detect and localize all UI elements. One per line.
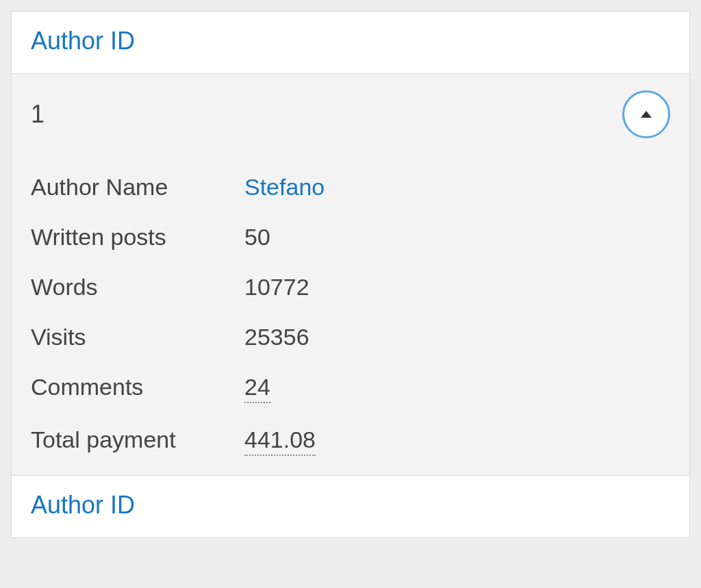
words-label: Words (31, 274, 244, 301)
author-id-value: 1 (31, 100, 44, 129)
detail-row-posts: Written posts 50 (31, 224, 670, 251)
author-card: Author ID 1 Author Name Stefano Written … (11, 11, 690, 538)
collapse-button[interactable] (622, 90, 670, 138)
detail-row-words: Words 10772 (31, 274, 670, 301)
comments-label: Comments (31, 374, 244, 400)
card-body: 1 Author Name Stefano Written posts 50 W… (12, 73, 689, 476)
written-posts-value: 50 (244, 224, 270, 251)
payment-value[interactable]: 441.08 (244, 426, 316, 456)
detail-row-visits: Visits 25356 (31, 324, 670, 350)
card-header: Author ID (12, 12, 689, 73)
author-name-label: Author Name (31, 174, 244, 201)
author-name-link[interactable]: Stefano (244, 174, 324, 201)
triangle-up-icon (638, 106, 654, 123)
header-title: Author ID (31, 27, 670, 55)
visits-label: Visits (31, 324, 244, 350)
card-footer: Author ID (12, 476, 689, 537)
author-id-row: 1 (31, 90, 670, 138)
footer-title: Author ID (31, 491, 670, 520)
detail-row-payment: Total payment 441.08 (31, 426, 670, 456)
detail-row-comments: Comments 24 (31, 374, 670, 403)
detail-rows: Author Name Stefano Written posts 50 Wor… (31, 174, 670, 456)
visits-value: 25356 (244, 324, 309, 350)
payment-label: Total payment (31, 426, 244, 453)
written-posts-label: Written posts (31, 224, 244, 251)
comments-value[interactable]: 24 (244, 374, 270, 403)
words-value: 10772 (244, 274, 309, 301)
detail-row-name: Author Name Stefano (31, 174, 670, 201)
